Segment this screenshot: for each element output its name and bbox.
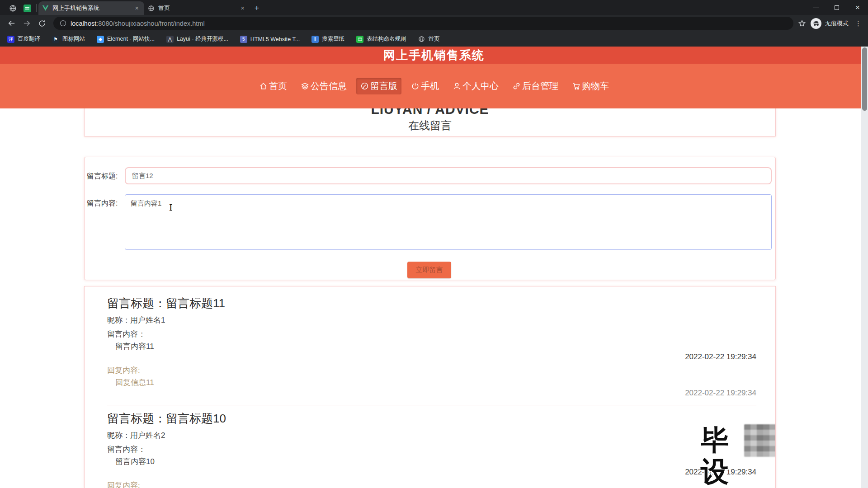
- reply-label: 回复内容:: [107, 365, 756, 375]
- message-content-wrap: 留言内容1 I: [125, 194, 772, 252]
- heading-chinese: 在线留言: [85, 118, 775, 133]
- minimize-button[interactable]: —: [806, 0, 826, 15]
- message-content-textarea[interactable]: 留言内容1: [125, 194, 772, 250]
- browser-toolbar: localhost:8080/shoujixiaoshou/front/inde…: [0, 15, 868, 32]
- nav-item-home[interactable]: 首页: [255, 78, 291, 94]
- menu-icon[interactable]: ⋮: [853, 19, 863, 28]
- message-form: 留言标题: 留言内容: 留言内容1 I 立即留言: [84, 157, 776, 280]
- doc-icon: ▤: [356, 36, 363, 43]
- user-icon: [453, 82, 461, 90]
- globe-icon: [418, 36, 425, 43]
- bookmark-home[interactable]: 首页: [418, 35, 440, 43]
- nav-item-admin[interactable]: 后台管理: [508, 78, 562, 94]
- message-nickname: 昵称：用户姓名1: [107, 315, 756, 325]
- tab-shop-system[interactable]: 网上手机销售系统 ×: [38, 1, 144, 15]
- globe-icon: [148, 5, 155, 12]
- forward-button[interactable]: [20, 17, 33, 30]
- url-host: localhost: [71, 20, 96, 27]
- message-content-label: 留言内容：: [107, 444, 756, 455]
- message-date: 2022-02-22 19:29:34: [107, 352, 756, 361]
- message-divider: [107, 405, 756, 405]
- bookmark-layui[interactable]: ⋀Layui - 经典开源模...: [166, 35, 228, 43]
- bookmark-html5[interactable]: 5HTML5 Website T...: [240, 36, 300, 43]
- bookmark-star-icon[interactable]: [798, 19, 806, 28]
- nav-item-profile[interactable]: 个人中心: [448, 78, 503, 94]
- layui-icon: ⋀: [166, 36, 174, 43]
- html5-icon: 5: [240, 36, 247, 43]
- toolbar-right: 无痕模式 ⋮: [798, 18, 863, 29]
- vue-icon: [42, 5, 49, 11]
- reply-content: 回复信息11: [115, 377, 756, 388]
- message-content: 留言内容11: [115, 341, 756, 352]
- reload-button[interactable]: [35, 17, 49, 30]
- baidu-translate-icon: 译: [7, 36, 14, 43]
- main-nav: 首页 公告信息 留言版 手机 个人中心 后台管理 购物车: [0, 64, 868, 108]
- maximize-button[interactable]: [826, 0, 847, 15]
- cart-icon: [572, 82, 580, 90]
- tab-title: 网上手机销售系统: [52, 4, 129, 12]
- nav-item-message-board[interactable]: 留言版: [356, 78, 401, 94]
- bookmark-wallpaper[interactable]: ⫼搜索壁纸: [311, 35, 344, 43]
- nav-item-cart[interactable]: 购物车: [568, 78, 613, 94]
- element-icon: ◆: [97, 36, 104, 43]
- message-nickname: 昵称：用户姓名2: [107, 430, 756, 441]
- watermark-text: 毕设: [701, 424, 743, 488]
- window-controls: — ×: [806, 0, 868, 15]
- reply-date: 2022-02-22 19:29:34: [107, 389, 756, 398]
- watermark-blur-box: [744, 424, 776, 457]
- bookmarks-bar: 译百度翻译 ⚑图标网站 ◆Element - 网站快... ⋀Layui - 经…: [0, 32, 868, 47]
- tab-close-icon[interactable]: ×: [133, 5, 141, 12]
- home-icon: [259, 82, 268, 90]
- submit-message-button[interactable]: 立即留言: [407, 262, 451, 278]
- sheet-icon: [24, 5, 31, 12]
- tab-close-icon[interactable]: ×: [239, 5, 246, 12]
- message-title-label: 留言标题:: [87, 167, 125, 184]
- nav-item-announcements[interactable]: 公告信息: [297, 78, 351, 94]
- comment-edit-icon: [360, 82, 369, 90]
- bookmark-baidu-translate[interactable]: 译百度翻译: [7, 35, 40, 43]
- tab-strip: 网上手机销售系统 × 首页 × + — ×: [0, 0, 868, 15]
- power-icon: [411, 82, 420, 90]
- message-title-input[interactable]: [125, 167, 772, 184]
- tab-separator: [36, 4, 37, 12]
- pinned-tab-sheet[interactable]: [20, 1, 34, 15]
- bookmark-icon-site[interactable]: ⚑图标网站: [52, 35, 85, 43]
- link-icon: [512, 82, 521, 90]
- url-bar[interactable]: localhost:8080/shoujixiaoshou/front/inde…: [53, 17, 793, 30]
- layers-icon: [301, 82, 309, 90]
- scrollbar-thumb[interactable]: [862, 47, 867, 111]
- incognito-indicator: 无痕模式: [811, 18, 849, 29]
- message-content: 留言内容10: [115, 456, 756, 467]
- incognito-icon: [811, 18, 821, 29]
- back-button[interactable]: [5, 17, 18, 30]
- message-content-label: 留言内容:: [87, 194, 125, 252]
- incognito-label: 无痕模式: [825, 19, 849, 28]
- message-content-label: 留言内容：: [107, 329, 756, 339]
- message-date: 2022-02-22 19:29:34: [107, 468, 756, 477]
- nav-item-phones[interactable]: 手机: [407, 78, 443, 94]
- bookmark-element[interactable]: ◆Element - 网站快...: [97, 35, 155, 43]
- wallpaper-icon: ⫼: [311, 36, 319, 43]
- bookmark-table-naming[interactable]: ▤表结构命名规则: [356, 35, 406, 43]
- close-button[interactable]: ×: [847, 0, 868, 15]
- page-heading-card: LIUYAN / ADVICE 在线留言: [84, 108, 776, 136]
- watermark: 毕设: [701, 424, 776, 488]
- new-tab-button[interactable]: +: [250, 1, 264, 15]
- globe-icon: [9, 5, 17, 12]
- site-title-bar: 网上手机销售系统: [0, 47, 868, 64]
- text-cursor-icon: I: [169, 202, 173, 212]
- site-title: 网上手机销售系统: [383, 47, 485, 63]
- tab-home[interactable]: 首页 ×: [144, 1, 250, 15]
- page-content: LIUYAN / ADVICE 在线留言 留言标题: 留言内容: 留言内容1 I…: [84, 108, 776, 488]
- tab-title: 首页: [158, 4, 235, 12]
- message-item: 留言标题：留言标题10 昵称：用户姓名2 留言内容： 留言内容10 2022-0…: [107, 411, 756, 488]
- maximize-icon: [835, 5, 839, 10]
- info-icon[interactable]: [60, 20, 66, 27]
- message-item: 留言标题：留言标题11 昵称：用户姓名1 留言内容： 留言内容11 2022-0…: [107, 296, 756, 398]
- page-scrollbar[interactable]: [861, 47, 868, 488]
- flag-icon: ⚑: [52, 36, 59, 43]
- message-list: 留言标题：留言标题11 昵称：用户姓名1 留言内容： 留言内容11 2022-0…: [84, 286, 776, 488]
- heading-english: LIUYAN / ADVICE: [85, 108, 775, 117]
- url-text: localhost:8080/shoujixiaoshou/front/inde…: [71, 20, 205, 27]
- pinned-tab-globe[interactable]: [5, 1, 20, 15]
